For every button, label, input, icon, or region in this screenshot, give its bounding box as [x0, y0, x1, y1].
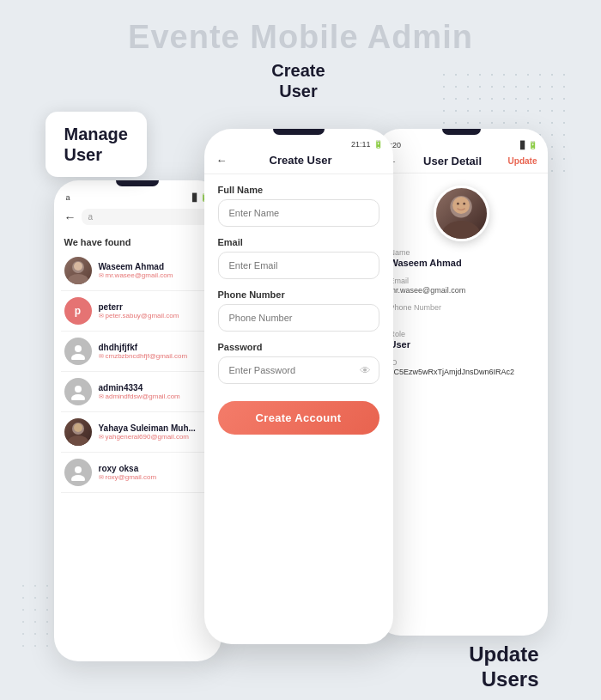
manage-user-label-line1: Manage [64, 124, 128, 144]
svg-point-11 [71, 475, 85, 481]
role-field-label: Role [390, 330, 534, 338]
svg-point-16 [463, 203, 465, 205]
user-detail-avatar [434, 186, 489, 241]
create-account-button[interactable]: Create Account [218, 401, 379, 435]
phone2-status-bar: 21:11 🔋 [204, 135, 393, 150]
phone-user-detail: 9:20 ▊ 🔋 ← User Detail Update [376, 129, 548, 636]
phone3-detail-header: ← User Detail Update [376, 152, 548, 173]
phone3-status-bar: 9:20 ▊ 🔋 [376, 135, 548, 152]
svg-point-4 [71, 354, 85, 360]
user-item-dhdh[interactable]: dhdhjfjfkf ✉ cmzbzbncdhfjf@gmail.com [61, 332, 215, 372]
update-users-label: UpdateUsers [469, 642, 538, 692]
detail-field-role: Role User [390, 330, 534, 350]
role-field-value: User [390, 339, 534, 350]
avatar-dhdh [64, 338, 92, 365]
email-icon: ✉ [99, 353, 104, 360]
phone2-header: ← Create User [204, 150, 393, 174]
manage-user-card: Manage User [46, 112, 147, 177]
email-field-label: Email [390, 277, 534, 285]
user-info-dhdh: dhdhjfjfkf ✉ cmzbzbncdhfjf@gmail.com [99, 343, 211, 360]
form-group-fullname: Full Name [218, 185, 379, 227]
svg-point-8 [68, 435, 88, 446]
user-email-peterr: ✉ peter.sabuy@gmail.com [99, 312, 211, 320]
id-field-value: 1C5Ezw5wRxTjAmjdJnsDwn6IRAc2 [390, 368, 534, 376]
svg-point-1 [68, 274, 88, 284]
phone1-navbar: ← a [54, 205, 222, 230]
user-info-peterr: peterr ✉ peter.sabuy@gmail.com [99, 302, 211, 320]
manage-user-label-line2: User [64, 144, 128, 165]
password-input[interactable] [218, 356, 379, 384]
svg-point-15 [457, 203, 459, 205]
email-icon: ✉ [99, 393, 104, 400]
user-email-roxy: ✉ roxy@gmail.com [99, 473, 211, 481]
phone3-status-icons: ▊ 🔋 [520, 141, 537, 149]
user-item-peterr[interactable]: p peterr ✉ peter.sabuy@gmail.com [61, 291, 215, 332]
create-user-form: Full Name Email Phone Number Password [204, 174, 393, 445]
signal-icon: ▊ [520, 141, 526, 149]
svg-point-14 [452, 197, 470, 214]
form-group-phone: Phone Number [218, 289, 379, 332]
phone1-time: a [66, 193, 70, 202]
email-field-value: mr.wasee@gmail.com [390, 286, 534, 295]
phone2-time: 21:11 [351, 140, 371, 149]
battery-icon: 🔋 [528, 141, 537, 149]
user-email-waseem: ✉ mr.wasee@gmail.com [99, 271, 211, 279]
user-list: Waseem Ahmad ✉ mr.wasee@gmail.com p pete… [54, 251, 222, 493]
user-detail-fields: Name Waseem Ahmad Email mr.wasee@gmail.c… [376, 248, 548, 395]
detail-field-name: Name Waseem Ahmad [390, 248, 534, 268]
phone3-header-title: User Detail [398, 155, 508, 167]
user-info-admin: admin4334 ✉ admindfdsw@gmail.com [99, 383, 211, 400]
avatar-admin [64, 378, 92, 405]
user-name-waseem: Waseem Ahmad [99, 262, 211, 271]
phone1-back-arrow[interactable]: ← [64, 210, 76, 224]
phone1-search-box[interactable]: a [82, 209, 211, 225]
user-email-yahaya: ✉ yahgeneral690@gmail.com [99, 433, 211, 441]
detail-field-id: ID 1C5Ezw5wRxTjAmjdJnsDwn6IRAc2 [390, 358, 534, 376]
phone-input[interactable] [218, 304, 379, 332]
phone-manage-user: a ▊ 🔋 ← a We have found Waseem Ahm [54, 180, 222, 661]
form-group-password: Password 👁 [218, 342, 379, 384]
svg-point-9 [74, 423, 82, 432]
phone-field-label: Phone Number [390, 303, 534, 312]
phone3-update-link[interactable]: Update [508, 156, 537, 166]
detail-field-email: Email mr.wasee@gmail.com [390, 277, 534, 295]
svg-point-3 [75, 345, 82, 352]
user-info-waseem: Waseem Ahmad ✉ mr.wasee@gmail.com [99, 262, 211, 279]
user-name-roxy: roxy oksa [99, 464, 211, 473]
email-input[interactable] [218, 252, 379, 279]
phone2-header-title: Create User [234, 154, 367, 167]
svg-point-13 [442, 221, 480, 241]
svg-point-10 [75, 466, 82, 473]
user-item-waseem[interactable]: Waseem Ahmad ✉ mr.wasee@gmail.com [61, 251, 215, 291]
password-wrapper: 👁 [218, 356, 379, 384]
phone2-notch [273, 129, 325, 135]
user-name-yahaya: Yahaya Suleiman Muh... [99, 423, 211, 433]
avatar-roxy [64, 459, 92, 486]
fullname-input[interactable] [218, 199, 379, 227]
svg-point-6 [71, 394, 85, 400]
name-field-label: Name [390, 248, 534, 257]
email-icon: ✉ [99, 272, 104, 279]
password-toggle-icon[interactable]: 👁 [360, 364, 371, 377]
phone2-back-button[interactable]: ← [216, 154, 228, 167]
name-field-value: Waseem Ahmad [390, 258, 534, 268]
user-item-yahaya[interactable]: Yahaya Suleiman Muh... ✉ yahgeneral690@g… [61, 412, 215, 453]
phone-create-user: 21:11 🔋 ← Create User Full Name Email [204, 129, 393, 644]
email-icon: ✉ [99, 313, 104, 320]
signal-icon: ▊ [192, 193, 198, 202]
detail-field-phone: Phone Number - [390, 303, 534, 321]
user-email-dhdh: ✉ cmzbzbncdhfjf@gmail.com [99, 352, 211, 360]
email-icon: ✉ [99, 434, 104, 441]
user-item-admin[interactable]: admin4334 ✉ admindfdsw@gmail.com [61, 372, 215, 412]
phone3-notch [442, 129, 481, 135]
user-info-roxy: roxy oksa ✉ roxy@gmail.com [99, 464, 211, 481]
create-user-label: CreateUser [271, 60, 325, 101]
phone-field-value: - [390, 313, 534, 321]
email-label: Email [218, 237, 379, 247]
form-group-email: Email [218, 237, 379, 279]
avatar-peterr: p [64, 297, 92, 325]
user-info-yahaya: Yahaya Suleiman Muh... ✉ yahgeneral690@g… [99, 423, 211, 441]
phone1-notch [116, 180, 159, 186]
user-item-roxy[interactable]: roxy oksa ✉ roxy@gmail.com [61, 453, 215, 493]
svg-point-5 [75, 386, 82, 393]
